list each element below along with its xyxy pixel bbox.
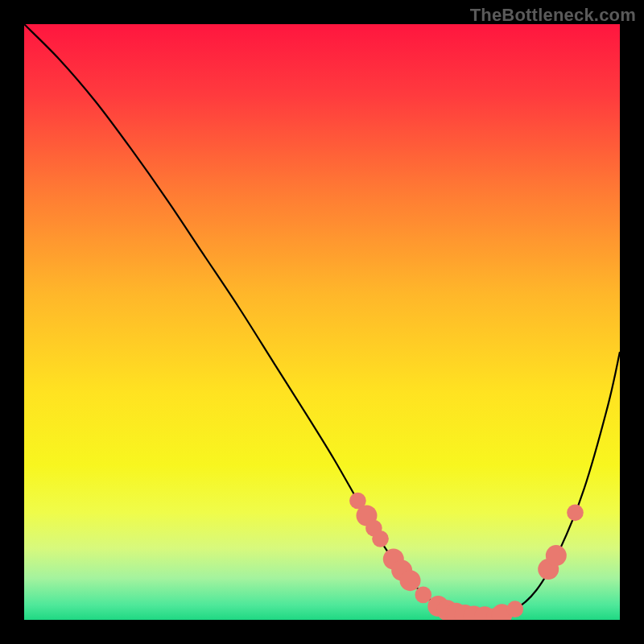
watermark-text: TheBottleneck.com [470, 5, 636, 26]
curve-marker [546, 545, 567, 566]
gradient-background [24, 24, 620, 620]
curve-marker [415, 587, 431, 604]
curve-marker [567, 504, 584, 521]
chart-svg [24, 24, 620, 620]
plot-area [24, 24, 620, 620]
curve-marker [400, 570, 421, 591]
curve-marker [506, 601, 523, 617]
curve-marker [372, 530, 389, 547]
chart-frame: TheBottleneck.com [0, 0, 644, 644]
